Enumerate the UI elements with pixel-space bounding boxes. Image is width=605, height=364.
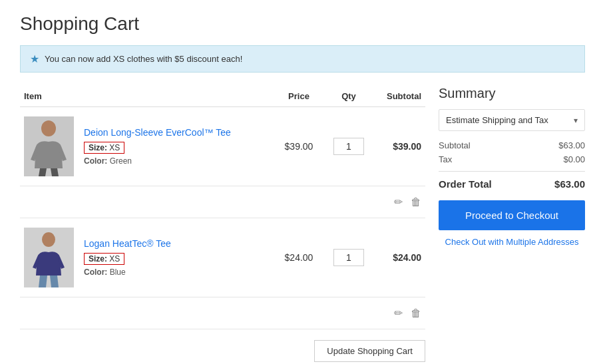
price-cell-1: $39.00 xyxy=(272,107,325,186)
page-title: Shopping Cart xyxy=(20,13,585,35)
color-value-1: Green xyxy=(110,156,132,166)
star-icon: ★ xyxy=(30,53,39,65)
qty-input-1[interactable] xyxy=(333,138,364,155)
item-image-2 xyxy=(24,228,74,287)
notice-bar: ★ You can now add XS clothes with $5 dis… xyxy=(20,45,585,73)
size-label-1: Size: xyxy=(89,143,107,152)
tax-label: Tax xyxy=(439,154,452,164)
svg-point-1 xyxy=(41,120,56,136)
edit-icon-1[interactable]: ✏ xyxy=(394,196,403,208)
notice-text: You can now add XS clothes with $5 disco… xyxy=(45,54,242,64)
subtotal-row: Subtotal $63.00 xyxy=(439,140,585,150)
item-details-cell-2: Logan HeatTec® Tee Size: XS Color: Blue xyxy=(80,218,272,297)
person-svg-1 xyxy=(24,116,74,176)
qty-input-2[interactable] xyxy=(333,249,364,266)
subtotal-label: Subtotal xyxy=(439,140,471,150)
item-actions-1: ✏ 🗑 xyxy=(20,186,425,218)
proceed-to-checkout-button[interactable]: Proceed to Checkout xyxy=(439,200,585,230)
chevron-down-icon: ▾ xyxy=(574,116,578,125)
size-value-2: XS xyxy=(109,254,120,264)
estimate-shipping-toggle[interactable]: Estimate Shipping and Tax ▾ xyxy=(439,109,585,131)
svg-point-3 xyxy=(42,232,55,247)
item-image-1 xyxy=(24,116,74,176)
cart-section: Item Price Qty Subtotal xyxy=(20,86,425,362)
update-cart-button[interactable]: Update Shopping Cart xyxy=(314,340,425,362)
price-cell-2: $24.00 xyxy=(272,218,325,297)
item-image-cell-2 xyxy=(20,218,80,297)
order-total-row: Order Total $63.00 xyxy=(439,178,585,190)
order-total-value: $63.00 xyxy=(554,178,585,190)
color-label-1: Color: xyxy=(84,156,107,166)
table-header-row: Item Price Qty Subtotal xyxy=(20,86,425,107)
tax-row: Tax $0.00 xyxy=(439,154,585,164)
tax-value: $0.00 xyxy=(563,154,585,164)
size-badge-2: Size: XS xyxy=(84,253,268,268)
col-item: Item xyxy=(20,86,272,107)
subtotal-value: $63.00 xyxy=(558,140,585,150)
size-value-1: XS xyxy=(109,143,120,152)
qty-cell-1 xyxy=(325,107,372,186)
edit-icon-2[interactable]: ✏ xyxy=(394,307,403,319)
main-layout: Item Price Qty Subtotal xyxy=(20,86,585,362)
item-actions-2: ✏ 🗑 xyxy=(20,297,425,329)
item-image-cell xyxy=(20,107,80,186)
item-name-2[interactable]: Logan HeatTec® Tee xyxy=(84,238,268,249)
col-qty: Qty xyxy=(325,86,372,107)
multi-address-link[interactable]: Check Out with Multiple Addresses xyxy=(439,237,585,247)
item-name-1[interactable]: Deion Long-Sleeve EverCool™ Tee xyxy=(84,127,268,138)
cart-table: Item Price Qty Subtotal xyxy=(20,86,425,329)
delete-icon-1[interactable]: 🗑 xyxy=(411,196,421,208)
table-row: Deion Long-Sleeve EverCool™ Tee Size: XS… xyxy=(20,107,425,186)
size-badge-1: Size: XS xyxy=(84,142,268,156)
delete-icon-2[interactable]: 🗑 xyxy=(411,307,421,319)
item-actions-row-1: ✏ 🗑 xyxy=(20,186,425,218)
subtotal-cell-1: $39.00 xyxy=(372,107,425,186)
col-subtotal: Subtotal xyxy=(372,86,425,107)
table-row: Logan HeatTec® Tee Size: XS Color: Blue xyxy=(20,218,425,297)
color-label-2: Color: xyxy=(84,268,107,277)
summary-divider xyxy=(439,171,585,172)
qty-cell-2 xyxy=(325,218,372,297)
col-price: Price xyxy=(272,86,325,107)
estimate-shipping-label: Estimate Shipping and Tax xyxy=(446,115,548,125)
cart-footer: Update Shopping Cart xyxy=(20,329,425,362)
subtotal-cell-2: $24.00 xyxy=(372,218,425,297)
size-label-2: Size: xyxy=(89,254,107,264)
summary-panel: Summary Estimate Shipping and Tax ▾ Subt… xyxy=(439,86,585,362)
summary-title: Summary xyxy=(439,86,585,101)
person-svg-2 xyxy=(24,228,74,287)
color-line-1: Color: Green xyxy=(84,156,268,166)
item-actions-row-2: ✏ 🗑 xyxy=(20,297,425,329)
order-total-label: Order Total xyxy=(439,178,492,190)
item-details-cell-1: Deion Long-Sleeve EverCool™ Tee Size: XS… xyxy=(80,107,272,186)
color-line-2: Color: Blue xyxy=(84,268,268,277)
color-value-2: Blue xyxy=(110,268,126,277)
